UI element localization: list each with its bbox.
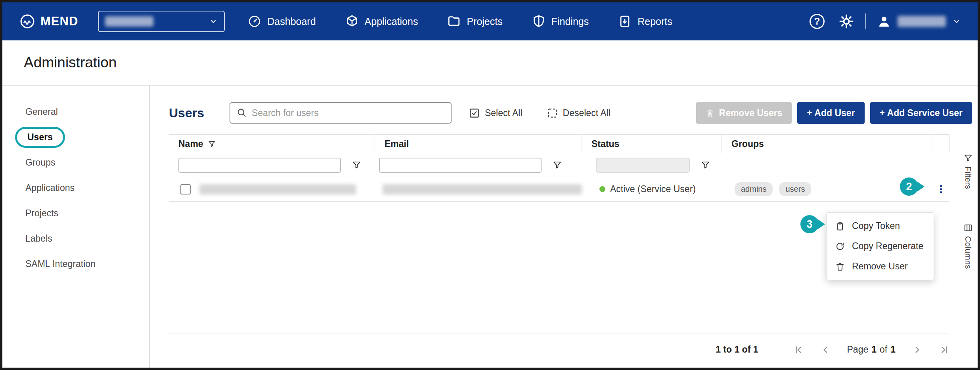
sidebar-item-general[interactable]: General <box>2 99 149 124</box>
sidebar-item-labels[interactable]: Labels <box>2 226 149 251</box>
row-checkbox[interactable] <box>180 184 191 195</box>
filter-funnel-icon <box>964 154 972 162</box>
nav-label: Applications <box>365 16 418 27</box>
annotation-step-3: 3 <box>800 215 819 233</box>
nav-item-findings[interactable]: Findings <box>532 15 589 28</box>
row-context-menu: Copy Token Copy Regenerate Remove User <box>826 212 934 280</box>
page-title: Administration <box>24 54 117 71</box>
nav-label: Dashboard <box>267 16 316 27</box>
nav-divider <box>865 13 866 29</box>
nav-right-group: ? <box>810 13 961 29</box>
users-toolbar: Users Select All Deselect All <box>150 101 978 124</box>
columns-side-tab[interactable]: Columns <box>963 223 973 269</box>
pagination-range: 1 to 1 of 1 <box>716 344 758 355</box>
chevron-down-icon <box>952 17 961 26</box>
admin-sidebar: General Users Groups Applications Projec… <box>2 86 150 368</box>
row-kebab-menu-icon[interactable] <box>936 184 946 195</box>
table-row: Active (Service User) admins users <box>169 177 949 202</box>
remove-users-button[interactable]: Remove Users <box>696 102 792 124</box>
users-highlight-annotation: Users <box>15 127 65 148</box>
nav-item-dashboard[interactable]: Dashboard <box>248 15 316 28</box>
user-email-redacted <box>383 184 582 195</box>
columns-icon <box>964 223 972 232</box>
column-header-name[interactable]: Name <box>169 135 375 153</box>
org-selector-dropdown[interactable] <box>98 11 225 32</box>
filter-funnel-icon[interactable] <box>208 140 216 148</box>
checkbox-dashed-icon <box>547 108 558 118</box>
add-user-button[interactable]: + Add User <box>797 102 864 124</box>
name-filter-input[interactable] <box>178 158 341 173</box>
page-header: Administration <box>2 40 978 86</box>
users-section-title: Users <box>169 106 204 120</box>
folder-icon <box>447 15 461 28</box>
help-icon[interactable]: ? <box>810 14 825 29</box>
users-table: Name Email Status Groups <box>169 134 949 202</box>
nav-label: Projects <box>467 16 502 27</box>
sidebar-item-saml-integration[interactable]: SAML Integration <box>2 251 149 277</box>
status-text: Active (Service User) <box>610 184 696 195</box>
search-input[interactable] <box>252 108 444 118</box>
user-menu[interactable] <box>877 14 961 29</box>
user-name-redacted <box>199 184 356 195</box>
filters-side-tab[interactable]: Filters <box>963 154 973 189</box>
users-main-panel: Users Select All Deselect All <box>150 86 978 368</box>
username-redacted <box>898 16 946 27</box>
column-header-actions <box>932 135 949 153</box>
regenerate-icon <box>835 242 845 251</box>
sidebar-item-groups[interactable]: Groups <box>2 150 149 175</box>
report-download-icon <box>618 15 632 28</box>
nav-label: Reports <box>637 16 672 27</box>
add-service-user-button[interactable]: + Add Service User <box>870 102 972 124</box>
column-header-email[interactable]: Email <box>375 135 582 153</box>
email-filter-funnel-icon[interactable] <box>553 160 562 170</box>
cube-icon <box>345 15 359 28</box>
group-badge: admins <box>735 182 773 196</box>
sidebar-item-users[interactable]: Users <box>2 124 149 150</box>
table-header-row: Name Email Status Groups <box>169 134 949 153</box>
next-page-button[interactable] <box>912 345 923 355</box>
gear-icon[interactable] <box>839 14 854 29</box>
org-name-redacted <box>105 16 153 27</box>
nav-label: Findings <box>551 16 589 27</box>
chevron-down-icon <box>209 17 218 26</box>
context-menu-remove-user[interactable]: Remove User <box>827 256 934 277</box>
status-filter-funnel-icon[interactable] <box>701 160 710 170</box>
mend-logo[interactable]: MEND <box>20 14 78 29</box>
group-badge: users <box>779 182 811 196</box>
user-search <box>230 102 452 124</box>
top-nav: MEND Dashboard Applications Projects <box>2 2 978 40</box>
name-filter-funnel-icon[interactable] <box>352 160 361 170</box>
shield-icon <box>532 15 546 28</box>
column-header-status[interactable]: Status <box>582 135 722 153</box>
first-page-button[interactable] <box>793 345 804 355</box>
search-icon <box>237 108 247 118</box>
status-active-dot <box>599 186 605 192</box>
status-filter-input[interactable] <box>596 158 690 173</box>
column-header-groups[interactable]: Groups <box>722 135 932 153</box>
dashboard-icon <box>248 15 261 28</box>
brand-name: MEND <box>40 14 78 29</box>
previous-page-button[interactable] <box>820 345 831 355</box>
user-avatar-icon <box>877 14 891 29</box>
annotation-step-2: 2 <box>900 177 918 196</box>
sidebar-item-applications[interactable]: Applications <box>2 175 149 200</box>
context-menu-copy-regenerate[interactable]: Copy Regenerate <box>827 236 934 256</box>
nav-item-projects[interactable]: Projects <box>447 15 502 28</box>
page-indicator: Page 1 of 1 <box>847 344 896 355</box>
trash-icon <box>835 262 845 271</box>
checkbox-checked-icon <box>469 108 480 118</box>
sidebar-item-projects[interactable]: Projects <box>2 200 149 226</box>
mend-logo-icon <box>20 14 35 29</box>
clipboard-icon <box>835 221 845 231</box>
select-all-button[interactable]: Select All <box>469 108 523 118</box>
main-menu: Dashboard Applications Projects Findings… <box>248 15 672 28</box>
table-filter-row <box>169 153 949 177</box>
context-menu-copy-token[interactable]: Copy Token <box>827 216 934 236</box>
nav-item-applications[interactable]: Applications <box>345 15 418 28</box>
email-filter-input[interactable] <box>379 158 542 173</box>
deselect-all-button[interactable]: Deselect All <box>547 108 611 118</box>
last-page-button[interactable] <box>939 345 949 355</box>
trash-icon <box>706 109 714 117</box>
nav-item-reports[interactable]: Reports <box>618 15 672 28</box>
pagination-bar: 1 to 1 of 1 Page 1 of 1 <box>169 334 949 355</box>
